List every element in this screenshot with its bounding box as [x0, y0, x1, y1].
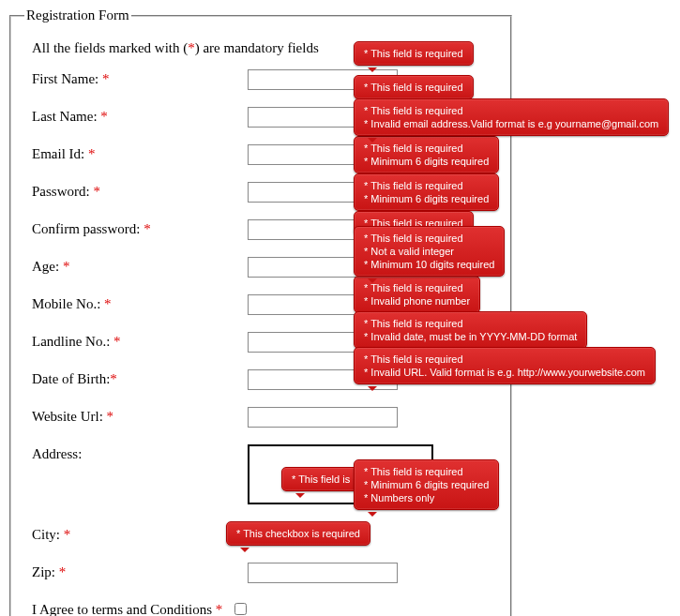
label-dob: Date of Birth: [32, 371, 110, 386]
label-zip: Zip: [32, 564, 59, 579]
terms-checkbox[interactable] [234, 603, 247, 615]
email-input[interactable] [248, 144, 398, 165]
registration-form: Registration Form All the fields marked … [9, 8, 512, 616]
address-input[interactable] [248, 444, 433, 504]
dob-input[interactable] [248, 369, 398, 390]
mobile-input[interactable] [248, 294, 398, 315]
password-input[interactable] [248, 182, 398, 203]
label-terms: I Agree to terms and Conditions [32, 602, 216, 616]
label-landline: Landline No.: [32, 334, 113, 349]
confirm-password-input[interactable] [248, 219, 398, 240]
city-select[interactable]: Choose City [248, 525, 349, 546]
label-confirm-password: Confirm password: [32, 221, 144, 236]
label-age: Age: [32, 259, 63, 274]
zip-input[interactable] [248, 563, 398, 583]
landline-input[interactable] [248, 332, 398, 353]
label-mobile: Mobile No.: [32, 296, 104, 311]
label-email: Email Id: [32, 146, 88, 161]
label-last-name: Last Name: [32, 109, 100, 124]
label-city: City: [32, 527, 64, 542]
last-name-input[interactable] [248, 107, 398, 128]
website-input[interactable] [248, 407, 398, 428]
label-first-name: First Name: [32, 71, 102, 86]
label-address: Address: [32, 446, 82, 461]
first-name-input[interactable] [248, 69, 398, 90]
label-website: Website Url: [32, 409, 107, 424]
mandatory-note: All the fields marked with (*) are manda… [32, 40, 497, 56]
form-legend: Registration Form [24, 8, 131, 23]
label-password: Password: [32, 184, 93, 199]
age-input[interactable] [248, 257, 398, 278]
